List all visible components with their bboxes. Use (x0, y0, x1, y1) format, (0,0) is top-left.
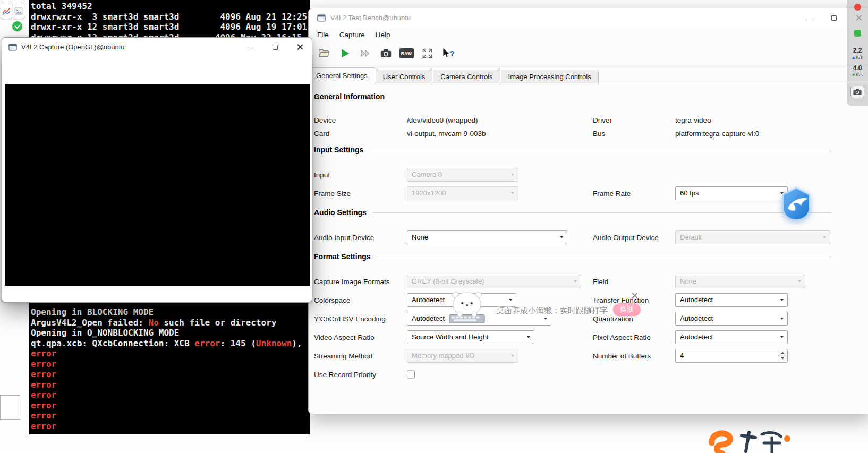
upload-speed-unit: K/s (856, 54, 863, 61)
change-skin-button[interactable]: 换肤 (613, 303, 641, 316)
test-bench-title-bar[interactable]: V4L2 Test Bench@ubuntu (309, 8, 868, 27)
minimize-button[interactable] (797, 8, 822, 27)
terminal-line: error (31, 390, 302, 400)
close-icon (631, 292, 638, 299)
close-button[interactable] (287, 38, 312, 56)
form-row: Audio Input DeviceNoneAudio Output Devic… (309, 228, 868, 246)
frame-size-combobox: 1920x1200 (407, 186, 518, 200)
field-label: Pixel Aspect Ratio (593, 333, 651, 341)
section-header: General Information (309, 90, 868, 104)
chevron-down-icon (780, 318, 784, 320)
form-row: InputCamera 0 (309, 165, 868, 184)
spinbox-value: 4 (680, 352, 684, 360)
spin-down-button[interactable] (778, 356, 787, 362)
step-frame-icon (359, 47, 371, 59)
combobox-value: 60 fps (680, 189, 699, 197)
bottom-left-panel[interactable] (0, 395, 20, 420)
combobox-value: None (412, 233, 428, 241)
down-arrow-icon (852, 74, 855, 76)
maximize-button[interactable] (263, 38, 287, 56)
tab-camera-controls[interactable]: Camera Controls (433, 70, 500, 83)
field-value: vi-output, mvcam 9-003b (407, 129, 486, 137)
field-label: Video Aspect Ratio (314, 333, 375, 341)
field-label: Streaming Method (314, 352, 372, 360)
terminal-line: error (31, 369, 302, 380)
menu-bar: FileCaptureHelp (309, 27, 868, 42)
terminal-line: total 349452 (31, 1, 307, 12)
snapshot-icon (380, 47, 392, 59)
chevron-down-icon (574, 280, 577, 283)
chevron-down-icon (823, 236, 826, 238)
whats-this-help-button[interactable]: ? (439, 46, 456, 62)
maximize-button[interactable] (822, 8, 846, 27)
up-arrow-icon (781, 352, 784, 354)
field-value: platform:tegra-capture-vi:0 (675, 129, 759, 137)
menu-item-capture[interactable]: Capture (334, 29, 370, 40)
tab-image-processing-controls[interactable]: Image Processing Controls (501, 70, 599, 83)
camera-icon (853, 87, 862, 97)
start-capture-icon (338, 47, 351, 59)
use-record-priority-checkbox[interactable] (407, 370, 415, 378)
desktop-widget-image[interactable] (13, 3, 24, 19)
snapshot-button[interactable] (377, 46, 394, 62)
field-label: Number of Buffers (593, 352, 651, 360)
menu-item-help[interactable]: Help (370, 29, 396, 40)
tab-bar: General SettingsUser ControlsCamera Cont… (309, 65, 868, 83)
field-label: Audio Output Device (593, 233, 659, 241)
terminal-line: drwxr-xr-x 12 smart3d smart3d 4096 Aug 1… (31, 22, 307, 32)
section-title: Input Settings (314, 146, 363, 154)
field-label: Capture Image Formats (314, 277, 390, 285)
section-header: Format Settings (309, 250, 868, 263)
number-of-buffers-spinbox[interactable]: 4 (675, 349, 788, 363)
field-value: tegra-video (675, 116, 711, 124)
field-label: Bus (593, 129, 605, 137)
video-aspect-ratio-combobox[interactable]: Source Width and Height (407, 330, 534, 344)
section-title: Format Settings (314, 252, 371, 261)
close-icon (296, 44, 303, 50)
field-label: Audio Input Device (314, 233, 374, 241)
otter-close-button[interactable] (630, 291, 639, 300)
step-frame-button[interactable] (356, 46, 373, 62)
combobox-value: Autodetect (412, 296, 445, 304)
form-row: Cardvi-output, mvcam 9-003bBusplatform:t… (309, 126, 868, 140)
section-divider-line (373, 212, 831, 213)
combobox-value: Autodetect (680, 333, 713, 341)
terminal-line: Opening in BLOCKING MODE (31, 307, 302, 318)
field-label: Device (314, 116, 336, 124)
combobox-value: Autodetect (680, 314, 713, 322)
status-dot-icon[interactable] (854, 30, 861, 37)
fullscreen-icon (421, 47, 433, 59)
start-capture-button[interactable] (336, 46, 353, 62)
otter-mascot[interactable] (446, 289, 491, 326)
screenshot-button[interactable] (850, 86, 864, 98)
tab-user-controls[interactable]: User Controls (376, 70, 432, 83)
tab-general-settings[interactable]: General Settings (309, 67, 375, 84)
desktop-widget-chart[interactable] (1, 3, 12, 19)
minimize-button[interactable] (239, 38, 263, 56)
spin-up-button[interactable] (778, 350, 787, 356)
capture-title-bar[interactable]: V4L2 Capture (OpenGL)@ubuntu (2, 38, 312, 56)
thunder-bird-launcher-icon[interactable] (779, 187, 813, 221)
open-file-icon (318, 47, 330, 59)
window-title: V4L2 Capture (OpenGL)@ubuntu (21, 43, 125, 51)
transfer-function-combobox[interactable]: Autodetect (675, 293, 788, 307)
terminal-line: ArgusV4L2_Open failed: No such file or d… (31, 318, 302, 328)
download-speed: 4.0 K/s (852, 65, 863, 78)
audio-input-device-combobox[interactable]: None (407, 230, 567, 244)
pixel-aspect-ratio-combobox[interactable]: Autodetect (675, 330, 788, 344)
terminal-line: Opening in O_NONBLOCKING MODE (31, 328, 302, 338)
open-file-button[interactable] (315, 46, 332, 62)
save-raw-button[interactable]: RAW (398, 46, 415, 62)
menu-item-file[interactable]: File (312, 29, 334, 40)
record-dot-icon[interactable] (854, 4, 861, 11)
quantization-combobox[interactable]: Autodetect (675, 312, 788, 326)
caption-buttons (239, 38, 312, 56)
terminal-line: error (31, 400, 302, 411)
chevron-down-icon (511, 192, 514, 194)
frame-rate-combobox[interactable]: 60 fps (675, 186, 788, 200)
combobox-value: Source Width and Height (412, 333, 489, 341)
fullscreen-button[interactable] (419, 46, 436, 62)
mini-image-icon (14, 7, 23, 15)
chevron-down-icon (798, 280, 801, 283)
video-viewport (5, 84, 310, 286)
